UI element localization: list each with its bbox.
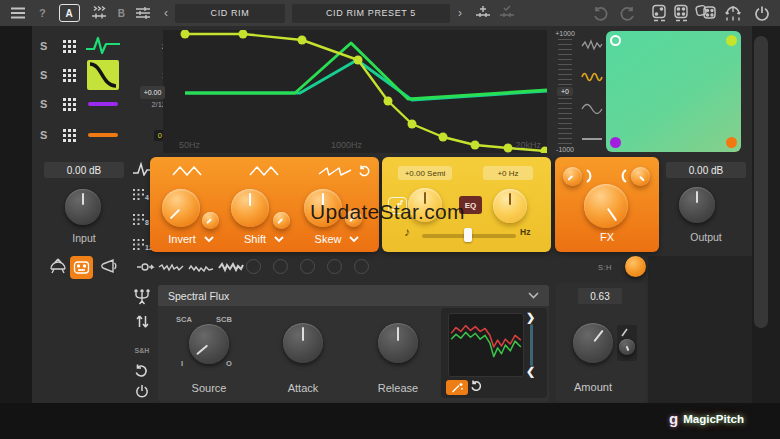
wavy-shape-icon[interactable]	[581, 69, 603, 83]
release-knob[interactable]	[378, 323, 418, 363]
output-gain-value[interactable]: 0.00 dB	[666, 162, 746, 178]
modulator-history-display[interactable]	[448, 313, 524, 377]
redo-icon[interactable]	[618, 6, 635, 21]
fx-mini-knob-right[interactable]	[631, 167, 650, 186]
band-waveform-thumbnail[interactable]	[84, 35, 122, 57]
skew-wave-icon[interactable]	[315, 164, 355, 178]
menu-icon[interactable]	[10, 6, 26, 20]
band-row[interactable]: S 0	[40, 120, 166, 150]
amount-value[interactable]: 0.63	[578, 288, 622, 304]
input-knob[interactable]	[65, 189, 101, 225]
node-link-icon[interactable]	[136, 261, 156, 273]
pad-corner-top-right[interactable]	[726, 35, 737, 46]
chevron-down-icon[interactable]	[274, 236, 284, 243]
grid-icon[interactable]	[62, 97, 77, 112]
shift-mini-knob[interactable]	[273, 212, 290, 229]
percussion-button[interactable]	[70, 256, 93, 279]
flip-vertical-icon[interactable]	[135, 313, 150, 330]
solo-button[interactable]: S	[40, 40, 54, 52]
amount-knob[interactable]	[573, 323, 613, 363]
balance-slider-handle[interactable]	[464, 228, 472, 242]
step-indicator[interactable]	[246, 259, 261, 274]
chevron-down-icon[interactable]	[349, 236, 359, 243]
invert-knob[interactable]	[162, 189, 200, 227]
band-line-thumbnail[interactable]	[84, 133, 122, 137]
transient-icon[interactable]	[132, 162, 152, 176]
invert-wave-icon[interactable]	[169, 164, 209, 178]
display-scroll-line[interactable]	[530, 324, 533, 366]
shift-knob[interactable]	[231, 189, 269, 227]
grid-icon[interactable]	[62, 39, 77, 54]
noise-wave-icon[interactable]	[158, 261, 184, 273]
hz-value[interactable]: +0 Hz	[483, 166, 533, 180]
dice-pair-icon[interactable]	[695, 4, 717, 22]
undo-icon[interactable]	[593, 6, 610, 21]
modulator-power-icon[interactable]	[135, 384, 149, 399]
display-next-button[interactable]: ❯	[526, 311, 535, 324]
vertical-scrollbar[interactable]	[754, 36, 768, 328]
reset-icon[interactable]	[134, 364, 149, 378]
chevron-down-icon[interactable]	[204, 236, 214, 243]
shift-wave-icon[interactable]	[242, 164, 282, 178]
grid-icon[interactable]	[62, 128, 77, 143]
pad-corner-top-left[interactable]	[610, 35, 621, 46]
band-line-thumbnail[interactable]	[84, 102, 122, 106]
display-reset-icon[interactable]	[470, 380, 483, 393]
fx-mini-knob-left[interactable]	[563, 167, 582, 186]
semitone-value[interactable]: +0.00 Semi	[398, 166, 452, 180]
step-indicator[interactable]	[354, 259, 369, 274]
preset-next-button[interactable]: ›	[458, 6, 462, 20]
fx-knob[interactable]	[584, 184, 628, 228]
invert-mini-knob[interactable]	[202, 212, 219, 229]
noise-wave-icon[interactable]	[218, 261, 244, 273]
noise-wave-icon[interactable]	[188, 261, 214, 273]
sine-shape-icon[interactable]	[581, 100, 603, 114]
sample-hold-toggle[interactable]	[625, 256, 646, 277]
output-knob[interactable]	[679, 187, 715, 223]
pad-corner-bottom-left[interactable]	[610, 137, 621, 148]
solo-button[interactable]: S	[40, 69, 54, 81]
help-button[interactable]: ?	[39, 7, 46, 19]
spectrum-graph[interactable]: +0.00 50Hz 1000Hz 20kHz	[163, 30, 547, 153]
slot-a-button[interactable]: A	[59, 4, 80, 22]
band-row[interactable]: S 2	[40, 32, 166, 60]
confirm-preset-icon[interactable]	[498, 5, 516, 21]
mixer-icon[interactable]	[134, 5, 152, 21]
preset-prev-button[interactable]: ‹	[164, 6, 168, 20]
sample-hold-mode-label[interactable]: S&H	[131, 347, 153, 354]
grid-steps-4-icon[interactable]: 4	[132, 188, 149, 201]
solo-button[interactable]: S	[40, 129, 54, 141]
grid-steps-8-icon[interactable]: 8	[132, 213, 149, 226]
preset-name-button[interactable]: CID RIM PRESET 5	[292, 4, 450, 23]
band-curve-thumbnail[interactable]	[84, 60, 122, 90]
noise-shape-icon[interactable]	[581, 38, 603, 52]
dice-small-icon[interactable]	[651, 4, 668, 22]
copy-ab-icon[interactable]	[89, 5, 109, 21]
step-indicator[interactable]	[300, 259, 315, 274]
dice-large-icon[interactable]	[673, 4, 690, 22]
horn-icon[interactable]	[100, 258, 119, 274]
input-gain-value[interactable]: 0.00 dB	[44, 162, 124, 178]
slot-b-button[interactable]: B	[118, 8, 125, 19]
power-icon[interactable]	[754, 5, 770, 22]
save-preset-icon[interactable]	[474, 5, 492, 21]
display-prev-button[interactable]: ❮	[526, 365, 535, 378]
morph-icon[interactable]	[723, 4, 743, 22]
amount-mini-knob[interactable]	[619, 339, 635, 355]
modulator-type-dropdown[interactable]: Spectral Flux	[158, 285, 549, 306]
routing-icon[interactable]	[133, 289, 151, 306]
kick-drum-icon[interactable]	[48, 257, 68, 275]
source-knob[interactable]	[189, 324, 229, 364]
magic-wand-button[interactable]	[446, 380, 468, 395]
pitch-range-slider[interactable]: +1000 +0 -1000	[550, 30, 580, 153]
xy-morph-pad[interactable]	[606, 31, 741, 152]
step-indicator[interactable]	[327, 259, 342, 274]
grid-icon[interactable]	[62, 68, 77, 83]
flat-shape-icon[interactable]	[581, 131, 603, 145]
pad-corner-bottom-right[interactable]	[726, 137, 737, 148]
preset-bank-button[interactable]: CID RIM	[175, 4, 285, 23]
step-indicator[interactable]	[273, 259, 288, 274]
hz-knob[interactable]	[493, 189, 527, 223]
attack-knob[interactable]	[283, 323, 323, 363]
solo-button[interactable]: S	[40, 98, 54, 110]
